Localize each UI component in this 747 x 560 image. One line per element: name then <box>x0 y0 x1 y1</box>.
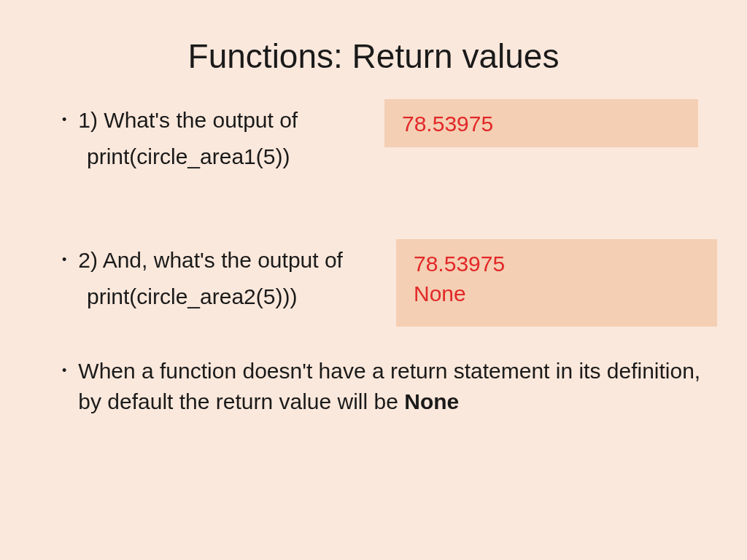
answer-box-1: 78.53975 <box>384 99 698 147</box>
note-bold-word: None <box>404 389 459 413</box>
question-2-line1: 2) And, what's the output of <box>78 245 343 276</box>
answer-2-line1: 78.53975 <box>414 249 700 279</box>
bullet-marker: • <box>62 112 66 128</box>
slide-title: Functions: Return values <box>0 0 747 105</box>
answer-1-text: 78.53975 <box>402 112 493 136</box>
question-1-line1: 1) What's the output of <box>78 105 298 136</box>
bullet-marker: • <box>62 252 66 268</box>
question-2-section: • 2) And, what's the output of print(cir… <box>62 245 718 312</box>
note-text-before: When a function doesn't have a return st… <box>78 359 700 413</box>
slide-content: • 1) What's the output of print(circle_a… <box>0 105 747 417</box>
bullet-marker: • <box>62 363 66 378</box>
question-1-section: • 1) What's the output of print(circle_a… <box>62 105 718 172</box>
answer-box-2: 78.53975 None <box>396 239 717 327</box>
answer-2-line2: None <box>414 279 700 309</box>
note-text: When a function doesn't have a return st… <box>78 356 718 417</box>
note-section: • When a function doesn't have a return … <box>62 356 718 417</box>
bullet-item-3: • When a function doesn't have a return … <box>62 356 718 417</box>
